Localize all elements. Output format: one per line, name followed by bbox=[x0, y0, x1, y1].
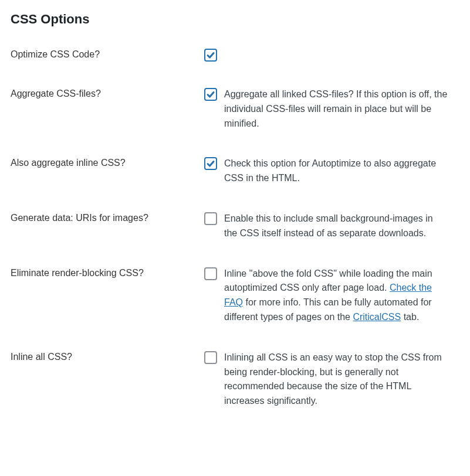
section-heading: CSS Options bbox=[11, 12, 459, 27]
option-row-optimize-css: Optimize CSS Code? bbox=[11, 48, 459, 87]
option-row-eliminate-render-blocking: Eliminate render-blocking CSS? Inline "a… bbox=[11, 267, 459, 351]
optimize-css-checkbox[interactable] bbox=[204, 49, 217, 62]
option-label: Generate data: URIs for images? bbox=[11, 212, 204, 267]
inline-all-css-checkbox[interactable] bbox=[204, 351, 217, 364]
option-description bbox=[224, 48, 459, 87]
option-label: Also aggregate inline CSS? bbox=[11, 157, 204, 212]
checkmark-icon bbox=[206, 159, 215, 168]
option-description: Inline "above the fold CSS" while loadin… bbox=[224, 267, 459, 351]
option-description: Enable this to include small background-… bbox=[224, 212, 459, 267]
aggregate-inline-css-checkbox[interactable] bbox=[204, 157, 217, 170]
option-description: Check this option for Autoptimize to als… bbox=[224, 157, 459, 212]
option-label: Aggregate CSS-files? bbox=[11, 87, 204, 157]
checkmark-icon bbox=[206, 50, 215, 60]
option-description: Aggregate all linked CSS-files? If this … bbox=[224, 87, 459, 157]
checkmark-icon bbox=[206, 90, 215, 99]
data-uris-checkbox[interactable] bbox=[204, 212, 217, 225]
criticalcss-link[interactable]: CriticalCSS bbox=[353, 312, 401, 322]
desc-text: tab. bbox=[401, 312, 419, 322]
option-row-inline-all-css: Inline all CSS? Inlining all CSS is an e… bbox=[11, 351, 459, 434]
option-label: Optimize CSS Code? bbox=[11, 48, 204, 87]
eliminate-render-blocking-checkbox[interactable] bbox=[204, 267, 217, 280]
option-description: Inlining all CSS is an easy way to stop … bbox=[224, 351, 459, 434]
option-row-aggregate-inline-css: Also aggregate inline CSS? Check this op… bbox=[11, 157, 459, 212]
aggregate-css-checkbox[interactable] bbox=[204, 88, 217, 101]
option-label: Eliminate render-blocking CSS? bbox=[11, 267, 204, 351]
option-label: Inline all CSS? bbox=[11, 351, 204, 434]
css-options-table: Optimize CSS Code? Aggregate CSS-files? … bbox=[11, 48, 459, 434]
option-row-data-uris: Generate data: URIs for images? Enable t… bbox=[11, 212, 459, 267]
option-row-aggregate-css: Aggregate CSS-files? Aggregate all linke… bbox=[11, 87, 459, 157]
